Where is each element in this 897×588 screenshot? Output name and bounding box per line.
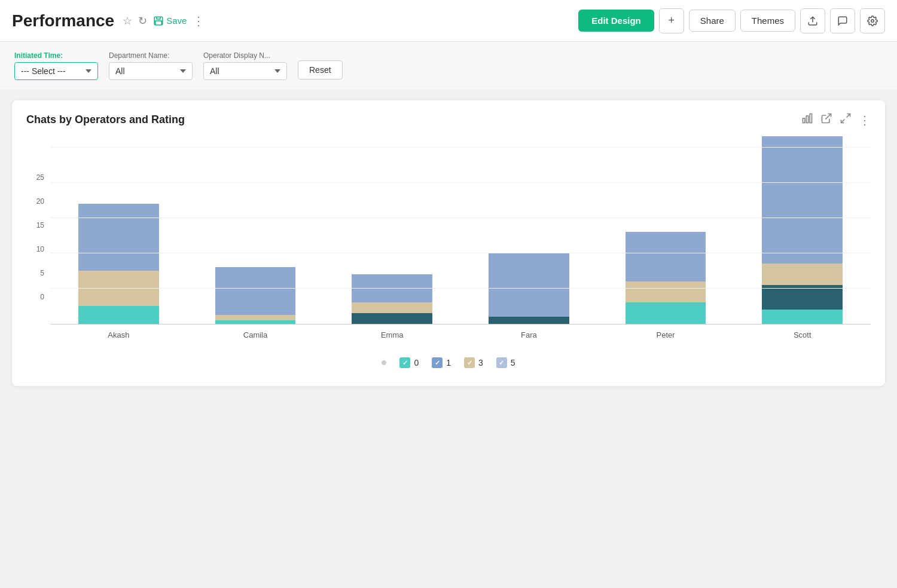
header: Performance ☆ ↻ Save ⋮ Edit Design + Sha… (0, 0, 897, 42)
bar-segment-emma-3 (352, 302, 432, 313)
bar-group-akash (50, 133, 187, 324)
legend-checkbox-3[interactable]: ✓ (464, 357, 475, 368)
bar-group-emma (324, 133, 460, 324)
save-button[interactable]: Save (153, 16, 187, 26)
bar-stack-scott (752, 136, 853, 324)
legend-item-1: ✓ 1 (432, 357, 451, 368)
legend-item-3: ✓ 3 (464, 357, 483, 368)
bar-segment-scott-3 (762, 264, 843, 285)
bar-stack-peter (615, 232, 716, 324)
chart-bar-icon[interactable] (801, 112, 813, 127)
header-actions: Edit Design + Share Themes (578, 8, 885, 33)
chart-header-icons: ⋮ (801, 112, 871, 127)
department-name-filter: Department Name: All (109, 51, 193, 80)
bar-group-camila (187, 133, 324, 324)
bar-segment-scott-1 (762, 136, 843, 264)
export-button[interactable] (800, 8, 825, 33)
initiated-time-select[interactable]: --- Select --- (14, 62, 98, 80)
x-label-fara: Fara (460, 324, 597, 339)
bars-area: Akash Camila Emma Fara Peter Scott (50, 133, 871, 339)
bar-segment-scott-dark (762, 285, 843, 310)
refresh-icon[interactable]: ↻ (138, 14, 147, 27)
svg-line-6 (825, 114, 831, 120)
svg-rect-5 (810, 114, 811, 123)
y-label-10: 10 (36, 245, 44, 269)
y-label-15: 15 (36, 221, 44, 245)
bar-group-scott (734, 133, 871, 324)
legend-dot-unrated (382, 360, 386, 365)
legend-item-0: ✓ 0 (399, 357, 419, 368)
reset-button[interactable]: Reset (298, 60, 343, 79)
department-name-select[interactable]: All (109, 62, 193, 80)
add-button[interactable]: + (659, 8, 684, 33)
x-label-camila: Camila (187, 324, 324, 339)
bar-stack-akash (68, 204, 169, 324)
bars-container (50, 133, 871, 324)
initiated-time-label: Initiated Time: (14, 51, 98, 60)
bar-segment-fara-1 (489, 253, 569, 317)
share-button[interactable]: Share (689, 10, 736, 32)
legend-label-5: 5 (511, 358, 515, 368)
bar-segment-camila-1 (215, 267, 296, 314)
bar-group-peter (597, 133, 734, 324)
header-icon-group: ☆ ↻ Save ⋮ (123, 14, 205, 28)
bar-segment-akash-1 (78, 204, 159, 271)
chart-title: Chats by Operators and Rating (26, 114, 185, 126)
chart-more-icon[interactable]: ⋮ (859, 113, 871, 127)
chart-external-link-icon[interactable] (820, 112, 832, 127)
legend-label-3: 3 (478, 358, 483, 368)
bar-segment-akash-3 (78, 271, 159, 306)
x-labels: Akash Camila Emma Fara Peter Scott (50, 324, 871, 339)
star-icon[interactable]: ☆ (123, 14, 132, 27)
legend-item-5: ✓ 5 (496, 357, 515, 368)
chart-card: Chats by Operators and Rating ⋮ 25 20 15… (12, 100, 885, 386)
more-options-icon[interactable]: ⋮ (193, 14, 205, 28)
chart-content-area: 25 20 15 10 5 0 (26, 133, 871, 339)
legend-checkbox-1[interactable]: ✓ (432, 357, 443, 368)
operator-display-filter: Operator Display N... All (203, 51, 287, 80)
bar-segment-peter-0 (626, 302, 706, 324)
themes-button[interactable]: Themes (740, 10, 795, 32)
bar-stack-emma (341, 274, 443, 324)
bar-segment-akash-0 (78, 306, 159, 324)
x-label-scott: Scott (734, 324, 871, 339)
y-label-25: 25 (36, 173, 44, 197)
chart-header: Chats by Operators and Rating ⋮ (26, 112, 871, 127)
chart-legend: ✓ 0 ✓ 1 ✓ 3 ✓ 5 (26, 357, 871, 368)
settings-button[interactable] (860, 8, 885, 33)
svg-line-7 (847, 114, 850, 118)
x-label-emma: Emma (324, 324, 460, 339)
initiated-time-filter: Initiated Time: --- Select --- (14, 51, 98, 80)
bar-segment-peter-3 (626, 281, 706, 303)
edit-design-button[interactable]: Edit Design (578, 10, 654, 32)
bar-stack-camila (205, 267, 306, 324)
svg-point-2 (871, 19, 874, 22)
svg-rect-4 (806, 116, 808, 123)
x-label-akash: Akash (50, 324, 187, 339)
y-label-0: 0 (40, 293, 44, 317)
bar-group-fara (460, 133, 597, 324)
department-name-label: Department Name: (109, 51, 193, 60)
y-label-5: 5 (40, 269, 44, 293)
bar-segment-emma-dark (352, 313, 432, 324)
legend-label-1: 1 (446, 358, 451, 368)
legend-checkbox-5[interactable]: ✓ (496, 357, 507, 368)
y-label-20: 20 (36, 197, 44, 221)
bar-segment-peter-1 (626, 232, 706, 281)
bar-segment-camila-3 (215, 315, 296, 320)
chart-expand-icon[interactable] (840, 112, 852, 127)
page-title: Performance (12, 11, 114, 30)
operator-display-label: Operator Display N... (203, 51, 287, 60)
legend-checkbox-0[interactable]: ✓ (399, 357, 410, 368)
filters-bar: Initiated Time: --- Select --- Departmen… (0, 42, 897, 90)
bar-segment-emma-1 (352, 274, 432, 302)
bar-stack-fara (478, 253, 579, 324)
operator-display-select[interactable]: All (203, 62, 287, 80)
legend-item-unrated (382, 357, 386, 368)
x-label-peter: Peter (597, 324, 734, 339)
chat-button[interactable] (830, 8, 855, 33)
legend-label-0: 0 (414, 358, 419, 368)
bar-segment-scott-0 (762, 310, 843, 324)
svg-rect-3 (803, 118, 805, 123)
svg-line-8 (841, 120, 845, 123)
